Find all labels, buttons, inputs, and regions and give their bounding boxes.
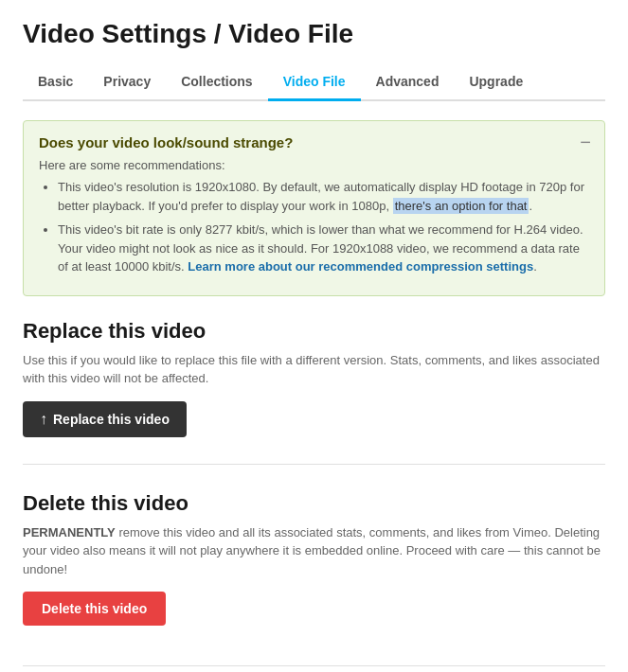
tab-basic[interactable]: Basic xyxy=(23,64,88,101)
notice-bullet-2: This video's bit rate is only 8277 kbit/… xyxy=(58,221,589,276)
replace-heading: Replace this video xyxy=(23,319,605,344)
option-link[interactable]: there's an option for that xyxy=(393,198,529,214)
tab-video-file[interactable]: Video File xyxy=(268,64,361,101)
permanently-label: PERMANENTLY xyxy=(23,525,116,539)
bullet-2-text-after: . xyxy=(533,259,537,274)
compression-link[interactable]: Learn more about our recommended compres… xyxy=(188,259,533,274)
page-title: Video Settings / Video File xyxy=(23,19,605,49)
notice-intro: Here are some recommendations: xyxy=(39,158,589,172)
delete-button[interactable]: Delete this video xyxy=(23,592,166,626)
replace-button-label: Replace this video xyxy=(53,412,170,427)
replace-description: Use this if you would like to replace th… xyxy=(23,351,605,388)
bullet-1-text-after: . xyxy=(529,199,532,213)
delete-heading: Delete this video xyxy=(23,491,605,516)
replace-section: Replace this video Use this if you would… xyxy=(23,319,605,465)
notice-heading: Does your video look/sound strange? xyxy=(39,134,589,150)
tab-upgrade[interactable]: Upgrade xyxy=(454,64,538,101)
notice-bullet-1: This video's resolution is 1920x1080. By… xyxy=(58,178,589,215)
replace-button[interactable]: ↑ Replace this video xyxy=(23,401,187,437)
notice-box: Does your video look/sound strange? − He… xyxy=(23,120,605,296)
tab-advanced[interactable]: Advanced xyxy=(361,64,455,101)
delete-section: Delete this video PERMANENTLY remove thi… xyxy=(23,491,605,667)
tab-privacy[interactable]: Privacy xyxy=(88,64,166,101)
tab-collections[interactable]: Collections xyxy=(166,64,267,101)
tab-nav: Basic Privacy Collections Video File Adv… xyxy=(23,64,605,101)
collapse-button[interactable]: − xyxy=(580,133,591,151)
notice-list: This video's resolution is 1920x1080. By… xyxy=(58,178,589,276)
upload-icon: ↑ xyxy=(40,411,47,428)
delete-description: PERMANENTLY remove this video and all it… xyxy=(23,523,605,579)
